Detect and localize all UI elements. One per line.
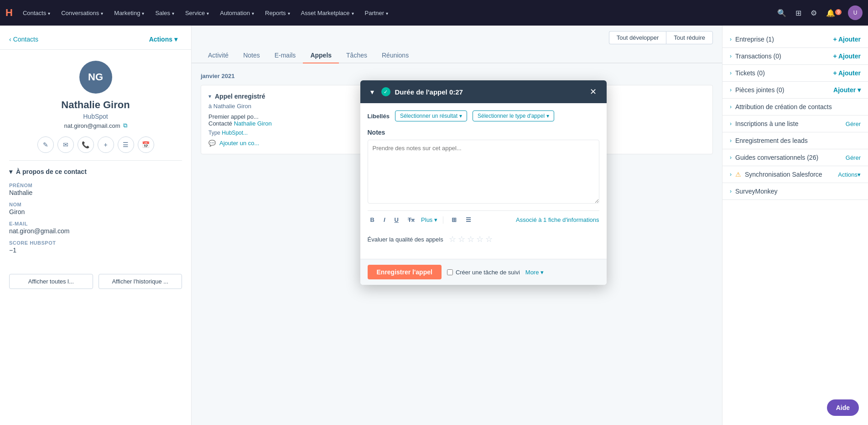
chevron-guides[interactable]: › <box>730 154 732 161</box>
activity-toggle-button[interactable]: ▾ <box>208 93 211 100</box>
call-contact-button[interactable]: 📞 <box>78 136 94 153</box>
about-section: ▾ À propos de ce contact Prénom Nathalie… <box>0 161 191 267</box>
marketplace-icon-button[interactable]: ⊞ <box>793 6 804 20</box>
right-section-row-guides: › Guides conversationnels (26) Gérer <box>730 154 861 161</box>
right-section-transactions: › Transactions (0) + Ajouter <box>722 48 868 65</box>
breadcrumb-contacts[interactable]: ‹ Contacts <box>9 36 38 43</box>
more-dropdown-button[interactable]: More ▾ <box>525 269 544 276</box>
label-tickets: Tickets (0) <box>735 69 829 77</box>
chevron-attribution[interactable]: › <box>730 104 732 110</box>
label-surveymonkey: SurveyMonkey <box>735 188 861 195</box>
aide-button[interactable]: Aide <box>827 399 859 416</box>
notes-textarea[interactable] <box>368 140 599 204</box>
plus-more-button[interactable]: Plus ▾ <box>421 216 437 223</box>
settings-icon-button[interactable]: ⚙ <box>808 6 820 20</box>
email-contact-button[interactable]: ✉ <box>57 136 74 153</box>
firstname-field: Prénom Nathalie <box>9 183 182 196</box>
nav-automation[interactable]: Automation <box>215 7 259 19</box>
activity-contact-link[interactable]: Nathalie Giron <box>234 120 272 127</box>
chevron-pieces-jointes[interactable]: › <box>730 87 732 93</box>
tasks-contact-button[interactable]: ☰ <box>118 136 134 153</box>
tab-reunions[interactable]: Réunions <box>374 48 416 63</box>
nav-service[interactable]: Service <box>181 7 213 19</box>
show-history-button[interactable]: Afficher l'historique ... <box>99 274 182 289</box>
action-pieces-jointes[interactable]: Ajouter ▾ <box>833 86 861 94</box>
add-contact-button[interactable]: + <box>98 136 114 153</box>
dialog-minimize-button[interactable]: ▾ <box>368 87 377 97</box>
show-all-button[interactable]: Afficher toutes l... <box>9 274 93 289</box>
dialog-footer: Enregistrer l'appel Créer une tâche de s… <box>360 259 607 285</box>
dialog-toolbar: B I U Tx Plus ▾ ⊞ ☰ Associé à 1 fiche d'… <box>368 210 599 229</box>
hubspot-logo[interactable]: H <box>5 7 13 19</box>
create-task-checkbox[interactable] <box>447 269 453 275</box>
sidebar-footer: Afficher toutes l... Afficher l'historiq… <box>0 267 191 296</box>
toolbar-icon-2[interactable]: ☰ <box>463 215 474 225</box>
save-call-button[interactable]: Enregistrer l'appel <box>368 265 442 279</box>
call-dialog: ▾ ✓ Durée de l'appel 0:27 ✕ Libellés Sél… <box>360 80 607 285</box>
strikethrough-button[interactable]: Tx <box>405 215 417 225</box>
tab-appels[interactable]: Appels <box>303 48 339 63</box>
nav-marketing[interactable]: Marketing <box>109 7 149 19</box>
action-synchronisation[interactable]: Actions▾ <box>838 171 861 178</box>
tab-activite[interactable]: Activité <box>201 48 236 63</box>
expand-controls: Tout développer Tout réduire <box>192 26 722 44</box>
action-inscriptions[interactable]: Gérer <box>846 121 861 127</box>
chevron-synchronisation[interactable]: › <box>730 171 732 178</box>
about-toggle[interactable]: ▾ À propos de ce contact <box>9 168 182 175</box>
underline-button[interactable]: U <box>392 215 401 225</box>
chevron-surveymonkey[interactable]: › <box>730 188 732 194</box>
nav-contacts[interactable]: Contacts <box>18 7 55 19</box>
nav-asset-marketplace[interactable]: Asset Marketplace <box>296 7 359 19</box>
italic-button[interactable]: I <box>381 215 388 225</box>
star-5[interactable]: ☆ <box>485 234 493 244</box>
expand-all-button[interactable]: Tout développer <box>609 31 666 44</box>
automation-dropdown-arrow <box>252 10 254 16</box>
chevron-transactions[interactable]: › <box>730 53 732 59</box>
user-avatar[interactable]: U <box>848 5 863 20</box>
bold-button[interactable]: B <box>368 215 377 225</box>
tab-taches[interactable]: Tâches <box>339 48 374 63</box>
search-icon-button[interactable]: 🔍 <box>774 6 789 20</box>
chevron-tickets[interactable]: › <box>730 70 732 76</box>
type-select-link[interactable]: HubSpot... <box>222 130 248 136</box>
actions-button[interactable]: Actions ▾ <box>145 33 182 46</box>
right-section-guides: › Guides conversationnels (26) Gérer <box>722 149 868 166</box>
chevron-entreprise[interactable]: › <box>730 36 732 42</box>
dialog-labels-row: Libellés Sélectionner un résultat ▾ Séle… <box>368 110 599 121</box>
dialog-title: Durée de l'appel 0:27 <box>395 88 582 96</box>
right-section-surveymonkey: › SurveyMonkey <box>722 183 868 200</box>
star-2[interactable]: ☆ <box>458 234 465 244</box>
star-3[interactable]: ☆ <box>467 234 474 244</box>
tab-emails[interactable]: E-mails <box>267 48 303 63</box>
star-1[interactable]: ☆ <box>449 234 456 244</box>
notifications-icon-button[interactable]: 🔔9 <box>823 6 844 20</box>
action-tickets[interactable]: + Ajouter <box>833 69 861 77</box>
chevron-inscriptions[interactable]: › <box>730 121 732 127</box>
collapse-all-button[interactable]: Tout réduire <box>666 31 713 44</box>
nav-partner[interactable]: Partner <box>360 7 393 19</box>
action-transactions[interactable]: + Ajouter <box>833 52 861 60</box>
tab-notes[interactable]: Notes <box>236 48 267 63</box>
action-entreprise[interactable]: + Ajouter <box>833 36 861 43</box>
edit-contact-button[interactable]: ✎ <box>37 136 54 153</box>
star-4[interactable]: ☆ <box>476 234 483 244</box>
tabs-bar: Activité Notes E-mails Appels Tâches Réu… <box>192 44 722 63</box>
right-section-row-surveymonkey: › SurveyMonkey <box>730 188 861 195</box>
label-guides: Guides conversationnels (26) <box>735 154 842 161</box>
association-link[interactable]: Associé à 1 fiche d'informations <box>516 216 599 223</box>
action-guides[interactable]: Gérer <box>846 154 861 161</box>
chevron-enregistrement[interactable]: › <box>730 137 732 144</box>
dialog-notes-section: Notes <box>368 129 599 205</box>
nav-conversations[interactable]: Conversations <box>57 7 108 19</box>
select-type-button[interactable]: Sélectionner le type d'appel ▾ <box>473 110 554 121</box>
contact-email-row: nat.giron@gmail.com ⧉ <box>64 122 127 129</box>
dialog-close-button[interactable]: ✕ <box>587 86 599 98</box>
toolbar-icon-1[interactable]: ⊞ <box>449 215 459 225</box>
nav-sales[interactable]: Sales <box>151 7 179 19</box>
nav-reports[interactable]: Reports <box>260 7 295 19</box>
copy-email-icon[interactable]: ⧉ <box>123 122 127 129</box>
right-section-row-transactions: › Transactions (0) + Ajouter <box>730 52 861 60</box>
calendar-contact-button[interactable]: 📅 <box>138 136 154 153</box>
select-result-button[interactable]: Sélectionner un résultat ▾ <box>395 110 467 121</box>
create-task-checkbox-label[interactable]: Créer une tâche de suivi <box>447 269 520 276</box>
